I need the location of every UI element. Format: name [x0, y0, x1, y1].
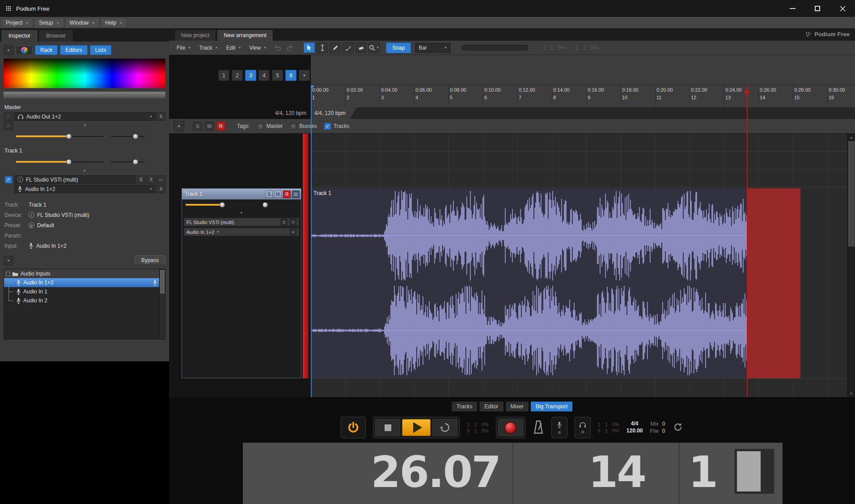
checked-checkbox[interactable]: ✓ [324, 123, 331, 130]
input-remove-button[interactable]: X [157, 185, 165, 193]
record-button[interactable] [498, 419, 523, 436]
track-header[interactable]: Track 1 S M R + FL Studio VSTi (multi) E [182, 188, 301, 378]
tree-item-audio-in-1-2[interactable]: Audio In 1+2 [4, 278, 159, 287]
master-add-button[interactable]: + [14, 122, 156, 129]
metronome-button[interactable] [533, 420, 544, 436]
tempo-event-tag[interactable]: 4/4, 120 bpm [311, 107, 356, 119]
track-device-slot[interactable]: FL Studio VSTi (multi) E X [184, 218, 299, 226]
play-button[interactable] [402, 419, 431, 436]
bottom-tab-big-transport[interactable]: Big Transport [531, 402, 572, 411]
color-gradient-picker[interactable] [4, 59, 165, 88]
zoom-preset-2[interactable]: 2 [232, 70, 243, 81]
tree-scrollbar[interactable] [159, 269, 165, 339]
tab-browser[interactable]: Browser [38, 30, 73, 42]
device-enabled-checkbox[interactable]: ✓ [5, 176, 12, 183]
track-add-device-button[interactable]: + [182, 210, 301, 216]
erase-tool-button[interactable] [356, 42, 367, 53]
menu-setup[interactable]: Setup▼ [34, 18, 63, 28]
bottom-tab-mixer[interactable]: Mixer [506, 402, 529, 411]
cpu-spinner-button[interactable] [673, 422, 683, 434]
tab-new-arrangement[interactable]: New arrangement [217, 30, 273, 41]
device-minimize-button[interactable]: — [157, 175, 165, 184]
track-add-button[interactable]: + [0, 167, 169, 174]
vertical-scrollbar[interactable]: ▲ ▼ [847, 134, 855, 397]
volume-knob[interactable] [66, 159, 72, 165]
pencil-tool-button[interactable] [330, 42, 341, 53]
scroll-up-icon[interactable]: ▲ [848, 134, 855, 141]
minimize-button[interactable] [780, 0, 805, 17]
master-output-remove-button[interactable]: X [157, 112, 165, 121]
mute-filter-button[interactable]: M [205, 122, 214, 131]
checkbox[interactable]: ▼ [257, 123, 264, 130]
brightness-strip[interactable] [4, 92, 165, 98]
volume-knob[interactable] [66, 134, 72, 139]
record-filter-button[interactable]: R [216, 122, 225, 131]
bottom-tab-tracks[interactable]: Tracks [452, 402, 478, 411]
rack-button[interactable]: Rack [35, 45, 58, 55]
master-pan-slider[interactable] [111, 132, 145, 141]
collapse-icon[interactable]: − [6, 272, 10, 276]
tree-item-audio-in-1[interactable]: Audio In 1 [4, 287, 159, 296]
inspector-dropdown-button[interactable]: ▼ [4, 46, 13, 55]
pan-knob[interactable] [262, 202, 268, 208]
pan-knob[interactable] [133, 159, 138, 165]
device-edit-button[interactable]: E [137, 175, 146, 184]
solo-filter-button[interactable]: S [193, 122, 202, 131]
scroll-down-icon[interactable]: ▼ [848, 390, 855, 397]
undo-button[interactable] [271, 42, 283, 53]
add-track-button[interactable]: + [174, 121, 184, 131]
color-picker-button[interactable] [16, 46, 33, 55]
timeline-scrollbar[interactable] [461, 45, 529, 51]
tab-inspector[interactable]: Inspector [1, 30, 38, 42]
editors-button[interactable]: Editors [60, 45, 87, 55]
tree-item-audio-in-2[interactable]: Audio In 2 [4, 296, 159, 305]
scrollbar-thumb[interactable] [160, 270, 165, 293]
toolbar-menu-view[interactable]: View▼ [246, 43, 270, 53]
tag-filter-busses[interactable]: ▼Busses [290, 123, 317, 130]
select-tool-button[interactable] [304, 42, 315, 53]
marker-strip[interactable] [311, 55, 855, 85]
checkbox[interactable]: ▼ [290, 123, 296, 130]
menu-help[interactable]: Help▼ [101, 18, 127, 28]
device-remove-button[interactable]: X [290, 219, 296, 225]
zoom-preset-4[interactable]: 4 [258, 70, 270, 81]
device-remove-button[interactable]: X [147, 175, 156, 184]
audio-clip[interactable]: Track 1 [311, 188, 747, 378]
track-pan-slider[interactable] [251, 200, 271, 209]
track-pan-slider[interactable] [111, 157, 145, 166]
zoom-preset-+[interactable]: + [299, 70, 310, 81]
mute-button[interactable]: M [274, 191, 282, 198]
track-menu-icon[interactable] [292, 191, 300, 198]
lists-button[interactable]: Lists [90, 45, 112, 55]
tag-filter-tracks[interactable]: ✓Tracks [324, 123, 350, 130]
toolbar-menu-track[interactable]: Track▼ [196, 43, 221, 53]
stop-button[interactable] [375, 419, 400, 436]
master-enable-checkbox[interactable]: ✓ [4, 112, 13, 121]
grid-size-select[interactable]: Bar▼ [415, 43, 451, 53]
input-remove-button[interactable]: X [290, 229, 296, 235]
pan-knob[interactable] [133, 134, 138, 139]
menu-project[interactable]: Project▼ [1, 18, 33, 28]
record-arm-button[interactable]: R [283, 191, 291, 198]
zoom-preset-6[interactable]: 6 [285, 70, 296, 81]
menu-window[interactable]: Window▼ [65, 18, 100, 28]
input-select[interactable]: Audio In 1+2 ▼ [14, 185, 156, 193]
track-volume-slider[interactable] [186, 200, 245, 209]
tab-new-project[interactable]: New project [174, 30, 216, 41]
tag-filter-master[interactable]: ▼Master [257, 123, 283, 130]
snap-toggle-button[interactable]: Snap [386, 42, 411, 53]
close-button[interactable] [830, 0, 855, 17]
audio-monitor-toggle[interactable] [575, 417, 591, 438]
midi-monitor-toggle[interactable] [551, 417, 567, 438]
master-output-select[interactable]: Audio Out 1+2 ▼ [14, 112, 156, 121]
engine-power-button[interactable] [341, 417, 366, 438]
ruler-track[interactable]: 0:00.0010:02.0020:04.0030:06.0040:08.005… [311, 85, 855, 107]
master-enable-checkbox-2[interactable]: ✓ [4, 122, 13, 130]
track-header-titlebar[interactable]: Track 1 S M R [182, 189, 301, 199]
tree-root-audio-inputs[interactable]: − Audio Inputs [4, 269, 159, 278]
timeline-canvas[interactable]: Track 1 [311, 134, 847, 397]
master-volume-slider[interactable] [16, 132, 104, 141]
track-input-slot[interactable]: Audio In 1+2 ▼ X [184, 228, 299, 236]
loop-button[interactable] [432, 419, 457, 436]
bottom-tab-editor[interactable]: Editor [479, 402, 503, 411]
